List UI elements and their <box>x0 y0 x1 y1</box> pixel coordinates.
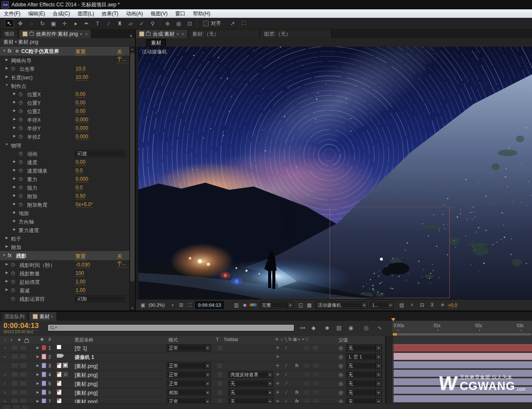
layer-name[interactable]: [素材.png] <box>75 372 98 379</box>
chevron-down-icon[interactable]: ▼ <box>176 33 179 36</box>
menu-item-5[interactable]: 效果(T) <box>98 9 122 18</box>
viewer-timecode[interactable]: 0:00:04:13 <box>195 301 224 309</box>
menu-item-6[interactable]: 动画(A) <box>122 9 147 18</box>
twirl-icon[interactable]: ▼ <box>4 83 9 87</box>
type-tool-icon[interactable]: T <box>93 19 102 28</box>
time-marker-icon[interactable] <box>391 318 395 321</box>
pen-tool-icon[interactable]: ✒ <box>82 19 91 28</box>
twirl-icon[interactable]: ▶ <box>12 126 17 129</box>
parent-pickwhip-icon[interactable]: ◎ <box>339 363 343 369</box>
av-switch-cell-1[interactable] <box>11 381 18 386</box>
panel-menu-icon[interactable]: ≡ <box>127 34 135 38</box>
property-value[interactable]: 1.00 <box>76 279 85 285</box>
layer-expand-icon[interactable]: ▶ <box>36 373 39 376</box>
layer-label-chip[interactable] <box>42 345 46 350</box>
toggle-viewer-icon[interactable]: ▣ <box>139 302 147 308</box>
stopwatch-icon[interactable]: ◷ <box>19 159 23 165</box>
stopwatch-icon[interactable]: ◷ <box>19 91 23 97</box>
timeline-button-icon[interactable]: ▤ <box>398 302 406 308</box>
close-icon[interactable]: × <box>50 314 53 319</box>
t-toggle[interactable] <box>217 372 223 378</box>
menu-item-8[interactable]: 窗口 <box>171 9 189 18</box>
exposure-value[interactable]: +0.0 <box>448 303 457 308</box>
switch-cell-2[interactable] <box>312 381 319 386</box>
time-ruler[interactable]: 0:00s01s02s03s <box>392 321 532 333</box>
eraser-tool-icon[interactable]: ▱ <box>126 19 135 28</box>
collapse-switch[interactable]: ✛ <box>276 390 279 395</box>
twirl-icon[interactable]: ▶ <box>12 176 17 180</box>
layer-expand-icon[interactable]: ▶ <box>36 355 39 359</box>
transparency-grid-icon[interactable]: ▦ <box>305 302 313 308</box>
av-switch-cell-2[interactable] <box>20 354 27 359</box>
layer-name[interactable]: [素材.png] <box>75 363 98 370</box>
property-value[interactable]: 0.0 <box>76 168 83 174</box>
property-value[interactable]: 0.0 <box>76 185 83 191</box>
stopwatch-icon[interactable]: ◷ <box>11 66 15 71</box>
stopwatch-icon[interactable]: ◷ <box>11 296 15 301</box>
layer-duration-bar[interactable] <box>394 395 532 402</box>
effect-row[interactable]: ▼物理 <box>0 141 130 149</box>
property-value[interactable]: 0.000 <box>76 117 88 123</box>
t-toggle[interactable] <box>217 363 223 369</box>
av-switch-cell-2[interactable] <box>20 363 27 368</box>
effect-row[interactable]: ▶网格向导 <box>0 56 130 64</box>
menu-item-4[interactable]: 图层(L) <box>74 9 98 18</box>
twirl-icon[interactable]: ▶ <box>4 279 9 283</box>
property-value[interactable]: 1.00 <box>76 287 85 294</box>
twirl-icon[interactable]: ▶ <box>12 134 17 138</box>
stopwatch-icon[interactable]: ◷ <box>11 279 15 284</box>
layer-name[interactable]: 摄像机 1 <box>75 354 94 361</box>
t-toggle[interactable] <box>217 389 223 395</box>
layer-row-5[interactable]: ▶5[素材.png]正常▼无▼✛∕◎无▼ <box>0 379 385 388</box>
close-icon[interactable]: × <box>85 32 88 36</box>
twirl-icon[interactable]: ▶ <box>12 193 17 197</box>
layer-label-chip[interactable] <box>42 363 46 368</box>
exposure-icon[interactable]: ✳ <box>439 302 446 308</box>
parent-pickwhip-icon[interactable]: ◎ <box>339 372 343 378</box>
av-switch-cell-1[interactable] <box>11 363 18 368</box>
view-dropdown[interactable]: 活动摄像机▼ <box>316 302 367 308</box>
mode-dropdown[interactable]: 正常▼ <box>167 345 211 351</box>
rotation-tool-icon[interactable]: ↻ <box>38 19 47 28</box>
trkmat-dropdown[interactable]: 亮度反转遮罩▼ <box>228 371 273 378</box>
twirl-icon[interactable]: ▶ <box>4 288 9 291</box>
switch-cell-1[interactable] <box>303 381 310 386</box>
stopwatch-icon[interactable]: ◷ <box>19 193 23 199</box>
selection-tool-icon[interactable]: ↖ <box>5 19 14 28</box>
hand-tool-icon[interactable]: ✥ <box>16 19 25 28</box>
switch-cell-1[interactable] <box>303 363 310 368</box>
effect-row[interactable]: ▶◷位置Z0.00 <box>0 107 130 115</box>
track-row-1[interactable] <box>392 344 532 352</box>
quality-switch[interactable]: ∕ <box>286 390 287 395</box>
effect-row[interactable]: ▼制作点 <box>0 81 130 90</box>
search-input[interactable]: ▼ <box>48 324 294 331</box>
stopwatch-icon[interactable]: ◷ <box>19 168 23 173</box>
layer-label-chip[interactable] <box>42 389 46 395</box>
work-area-bar[interactable] <box>392 333 532 336</box>
parent-dropdown[interactable]: 无▼ <box>346 380 382 387</box>
timeline-tab-2[interactable]: 素材× <box>29 312 57 321</box>
menu-item-3[interactable]: 合成(C) <box>49 9 74 18</box>
layer-name-header[interactable]: 图层名称 <box>75 337 93 343</box>
property-value[interactable]: 100 <box>76 270 84 277</box>
stopwatch-icon[interactable]: ◷ <box>19 117 23 122</box>
brush-tool-icon[interactable]: ∕ <box>104 19 113 28</box>
effect-row[interactable]: ▶◷阻力0.0 <box>0 183 130 192</box>
trkmat-dropdown[interactable]: 无▼ <box>228 380 273 387</box>
layer-label-chip[interactable] <box>42 354 46 359</box>
effect-row[interactable]: ◷动画强度▼ <box>0 149 130 158</box>
switch-cell-2[interactable] <box>312 363 319 368</box>
twirl-icon[interactable]: ▶ <box>12 92 17 95</box>
workspace-bracket-tool-icon[interactable]: ⛶ <box>239 19 248 28</box>
reset-link[interactable]: 重置 <box>76 48 86 56</box>
stopwatch-icon[interactable]: ◷ <box>11 287 15 293</box>
search-caret-icon[interactable]: ▼ <box>55 326 57 329</box>
trkmat-dropdown[interactable]: 无▼ <box>228 389 273 396</box>
stopwatch-icon[interactable]: ◷ <box>11 262 15 267</box>
safe-margins-icon[interactable]: ⛶ <box>186 302 193 308</box>
comp-mini-flowchart-icon[interactable]: ⊶ <box>298 323 307 332</box>
parent-dropdown[interactable]: 无▼ <box>346 362 382 369</box>
property-value[interactable]: 0x+5.0° <box>76 202 93 208</box>
layer-expand-icon[interactable]: ▶ <box>36 390 39 394</box>
layer-label-chip[interactable] <box>42 372 46 377</box>
